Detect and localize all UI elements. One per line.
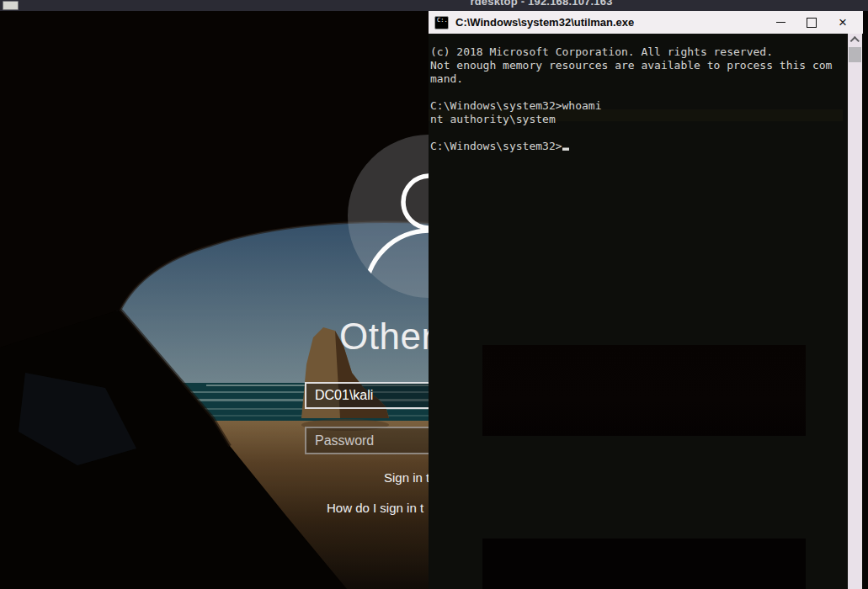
username-input[interactable]: [305, 382, 429, 409]
rdesktop-titlebar[interactable]: rdesktop - 192.168.107.163: [0, 0, 868, 11]
terminal-scrollbar[interactable]: [848, 34, 862, 589]
minimize-icon: [776, 22, 785, 23]
terminal-line: [430, 86, 846, 99]
password-input[interactable]: [305, 427, 429, 454]
close-button[interactable]: ×: [830, 11, 855, 34]
maximize-button[interactable]: [799, 11, 824, 34]
terminal-line: Not enough memory resources are availabl…: [430, 59, 846, 72]
how-do-i-sign-in-link[interactable]: How do I sign in t: [327, 501, 423, 515]
cmd-titlebar[interactable]: C:. C:\Windows\system32\utilman.exe ×: [429, 11, 863, 34]
chevron-up-icon: [849, 36, 859, 45]
render-artifact: [482, 539, 806, 589]
terminal-line: C:\Windows\system32>whoami: [430, 99, 846, 113]
cmd-window: C:. C:\Windows\system32\utilman.exe × (c…: [429, 11, 863, 589]
terminal-output: (c) 2018 Microsoft Corporation. All righ…: [430, 45, 846, 153]
maximize-icon: [807, 18, 817, 28]
minimize-button[interactable]: [768, 11, 793, 34]
cmd-window-title: C:\Windows\system32\utilman.exe: [455, 16, 634, 29]
sign-in-to-label: Sign in t: [384, 470, 429, 485]
screen-right-edge: [863, 11, 868, 589]
terminal-line: nt authority\system: [430, 113, 846, 126]
screen: { "rdesktop": { "title": "rdesktop - 192…: [0, 0, 868, 589]
lock-screen: Other Sign in t How do I sign in t: [0, 11, 429, 589]
render-artifact: [482, 345, 806, 436]
terminal-cursor: [562, 141, 569, 151]
terminal-line: C:\Windows\system32>: [430, 140, 846, 153]
cmd-icon: C:.: [434, 16, 449, 29]
window-chip-icon[interactable]: [3, 1, 19, 10]
terminal-line: [430, 126, 846, 140]
scroll-up-button[interactable]: [848, 34, 862, 46]
terminal-line: mand.: [430, 72, 846, 86]
rdesktop-title: rdesktop - 192.168.107.163: [470, 0, 612, 8]
other-user-label: Other: [339, 316, 429, 358]
terminal-line: (c) 2018 Microsoft Corporation. All righ…: [430, 45, 846, 59]
terminal-area[interactable]: (c) 2018 Microsoft Corporation. All righ…: [429, 34, 863, 589]
scrollbar-thumb[interactable]: [849, 47, 861, 62]
